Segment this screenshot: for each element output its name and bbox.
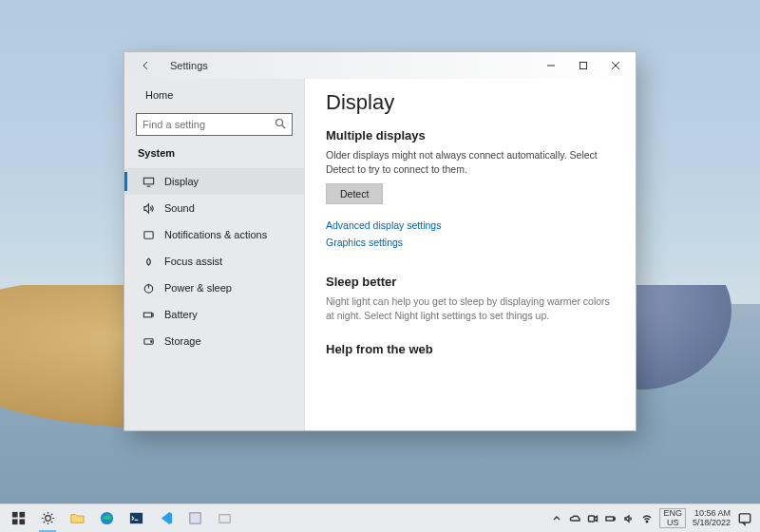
tray-notifications[interactable] [737, 511, 752, 526]
focus-icon [142, 255, 155, 268]
sidebar-item-focus[interactable]: Focus assist [124, 248, 304, 275]
search-icon [275, 118, 286, 131]
svg-rect-11 [11, 519, 17, 524]
terminal-icon [128, 510, 144, 526]
sidebar-item-storage[interactable]: Storage [124, 328, 304, 354]
svg-rect-22 [739, 513, 750, 522]
svg-rect-6 [151, 314, 152, 316]
maximize-button[interactable] [567, 55, 599, 76]
svg-rect-17 [218, 515, 229, 523]
vscode-icon [158, 510, 174, 526]
multiple-displays-heading: Multiple displays [326, 128, 615, 142]
svg-point-21 [647, 521, 649, 522]
sidebar-item-power[interactable]: Power & sleep [124, 275, 304, 301]
svg-rect-2 [143, 178, 153, 184]
power-icon [142, 281, 155, 294]
tray-volume-icon[interactable] [623, 513, 635, 524]
tray-chevron-icon[interactable] [551, 513, 562, 524]
sidebar-item-label: Notifications & actions [164, 229, 267, 240]
sidebar-home[interactable]: Home [124, 85, 304, 105]
sleep-better-heading: Sleep better [326, 275, 615, 289]
gear-icon [40, 510, 56, 526]
window-title: Settings [170, 60, 208, 71]
edge-icon [99, 510, 115, 526]
tray-wifi-icon[interactable] [641, 513, 653, 524]
storage-icon [142, 334, 155, 348]
taskbar-explorer[interactable] [63, 505, 91, 532]
svg-rect-9 [11, 512, 17, 518]
tray-clock[interactable]: 10:56 AM 5/18/2022 [693, 509, 731, 527]
notification-icon [737, 511, 752, 526]
sidebar-item-label: Battery [164, 309, 198, 320]
battery-icon [142, 308, 155, 321]
sidebar-item-label: Focus assist [164, 256, 222, 267]
sidebar-item-label: Power & sleep [164, 282, 232, 294]
sidebar-item-sound[interactable]: Sound [124, 195, 304, 221]
detect-button[interactable]: Detect [326, 183, 383, 204]
tray-language[interactable]: ENG US [659, 508, 686, 529]
taskbar-terminal[interactable] [122, 505, 150, 532]
windows-icon [10, 510, 27, 526]
svg-rect-10 [19, 512, 25, 518]
svg-rect-15 [129, 513, 142, 523]
start-button[interactable] [4, 505, 32, 532]
search-box[interactable] [136, 113, 293, 136]
notifications-icon [142, 228, 155, 241]
sidebar-item-label: Sound [164, 202, 195, 214]
sleep-better-desc: Night light can help you get to sleep by… [326, 294, 615, 322]
multiple-displays-desc: Older displays might not always connect … [326, 148, 601, 176]
svg-point-13 [45, 516, 50, 522]
clock-date: 5/18/2022 [693, 519, 731, 527]
display-icon [142, 175, 155, 188]
svg-rect-0 [580, 63, 587, 69]
sidebar-nav: Display Sound Notifications & actions Fo… [124, 168, 304, 354]
sidebar-item-display[interactable]: Display [124, 168, 304, 195]
back-button[interactable] [130, 55, 162, 76]
sidebar-item-label: Display [164, 176, 199, 187]
search-input[interactable] [142, 119, 275, 130]
svg-rect-20 [614, 518, 615, 520]
svg-point-1 [276, 120, 283, 126]
sidebar-item-label: Storage [164, 335, 201, 347]
tray-onedrive-icon[interactable] [569, 513, 580, 524]
folder-icon [69, 510, 86, 526]
advanced-display-link[interactable]: Advanced display settings [326, 219, 615, 231]
svg-rect-3 [143, 231, 152, 238]
svg-point-8 [150, 340, 151, 341]
taskbar-app-1[interactable] [180, 505, 209, 532]
content-pane: Display Multiple displays Older displays… [305, 79, 636, 430]
svg-rect-19 [606, 517, 614, 521]
titlebar: Settings [124, 52, 636, 79]
graphics-settings-link[interactable]: Graphics settings [326, 237, 615, 248]
lang-region: US [663, 519, 682, 528]
svg-rect-5 [143, 313, 151, 317]
sidebar-category: System [124, 142, 304, 168]
page-title: Display [326, 90, 615, 115]
help-web-heading: Help from the web [326, 342, 615, 356]
sidebar-item-battery[interactable]: Battery [124, 301, 304, 328]
sidebar: Home System Display Sound Notifications [124, 79, 305, 430]
svg-rect-16 [189, 513, 200, 523]
svg-rect-18 [589, 516, 595, 522]
svg-rect-12 [19, 519, 25, 524]
taskbar: ENG US 10:56 AM 5/18/2022 [0, 504, 760, 532]
app-icon [217, 510, 233, 526]
taskbar-app-2[interactable] [210, 505, 238, 532]
taskbar-settings[interactable] [33, 505, 62, 532]
sidebar-home-label: Home [145, 89, 173, 101]
sidebar-item-notifications[interactable]: Notifications & actions [124, 221, 304, 248]
tray-battery-icon[interactable] [605, 513, 617, 524]
tray-meet-icon[interactable] [587, 513, 598, 524]
taskbar-vscode[interactable] [151, 505, 180, 532]
app-icon [187, 510, 203, 526]
taskbar-edge[interactable] [92, 505, 121, 532]
minimize-button[interactable] [535, 55, 567, 76]
close-button[interactable] [599, 55, 632, 76]
settings-window: Settings Home System Display [124, 51, 636, 431]
sound-icon [142, 201, 155, 215]
